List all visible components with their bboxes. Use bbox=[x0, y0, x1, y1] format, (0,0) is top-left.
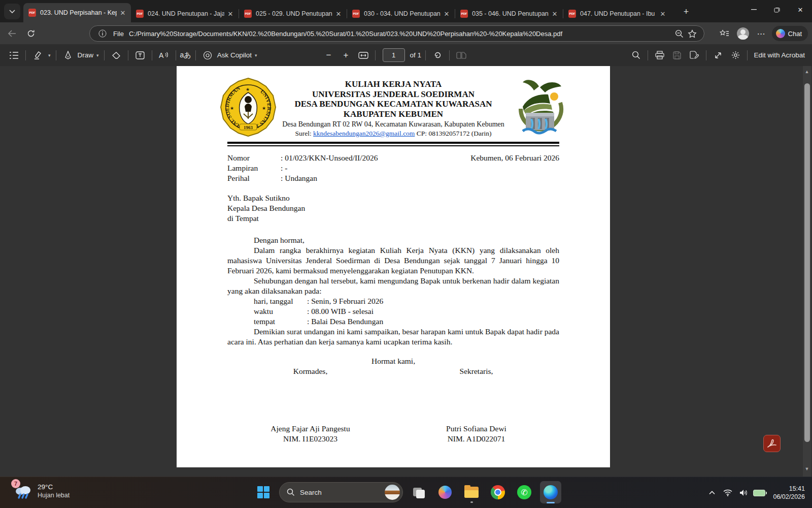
url-bar[interactable]: File C:/Primary%20Storage/Documents/KKN/… bbox=[89, 25, 704, 42]
favorites-bar-icon[interactable] bbox=[717, 26, 732, 41]
highlighter-dropdown-icon[interactable]: ▾ bbox=[48, 53, 51, 58]
tab-close-icon[interactable]: ✕ bbox=[659, 10, 667, 18]
battery-icon[interactable] bbox=[753, 487, 765, 499]
fullscreen-icon[interactable] bbox=[709, 47, 727, 64]
edit-with-acrobat-button[interactable]: Edit with Acrobat bbox=[754, 51, 805, 59]
zoom-in-page-icon[interactable]: + bbox=[337, 47, 355, 64]
edge-icon[interactable] bbox=[540, 481, 561, 503]
pdf-settings-gear-icon[interactable] bbox=[727, 47, 744, 64]
restore-button[interactable] bbox=[765, 0, 789, 19]
letterhead-contact: Surel: kkndesabendungan2026@gmail.com CP… bbox=[279, 129, 507, 138]
page-count-label: of 1 bbox=[410, 51, 422, 59]
ask-copilot-dropdown-icon[interactable]: ▾ bbox=[255, 53, 257, 58]
tab-search-button[interactable] bbox=[4, 4, 20, 19]
search-placeholder: Search bbox=[300, 489, 380, 496]
logo-year: 1963 bbox=[244, 125, 253, 130]
scrollbar-thumb[interactable] bbox=[804, 83, 810, 442]
lampiran-value: : - bbox=[281, 163, 287, 173]
svg-text:★: ★ bbox=[262, 106, 266, 111]
left-signer-name: Ajeng Fajar Aji Pangestu bbox=[227, 424, 393, 434]
back-icon[interactable] bbox=[4, 26, 19, 41]
table-of-contents-icon[interactable] bbox=[5, 47, 22, 64]
tab-close-icon[interactable]: ✕ bbox=[226, 10, 234, 18]
find-in-document-icon[interactable] bbox=[627, 47, 645, 64]
left-signer-nim: NIM. I1E023023 bbox=[227, 434, 393, 444]
letterhead-line2: UNIVERSITAS JENDERAL SOEDIRMAN bbox=[279, 89, 507, 100]
new-tab-button[interactable]: + bbox=[679, 5, 693, 18]
nomor-value: : 01/023/KKN-Unsoed/II/2026 bbox=[281, 153, 378, 163]
vertical-scrollbar[interactable]: ▲ ▼ bbox=[803, 66, 811, 477]
info-icon[interactable] bbox=[96, 27, 109, 40]
weather-widget[interactable]: 7 29°C Hujan lebat bbox=[13, 481, 70, 500]
tab-label: 023. UND Perpisahan - Kep bbox=[40, 9, 117, 16]
scroll-up-icon[interactable]: ▲ bbox=[804, 69, 810, 75]
tab-label: 025 - 029. UND Penutupan bbox=[256, 10, 332, 17]
draw-dropdown-icon[interactable]: ▾ bbox=[96, 53, 99, 58]
fit-to-width-icon[interactable] bbox=[355, 47, 372, 64]
pdf-favicon-icon: PDF bbox=[568, 10, 576, 18]
email-link[interactable]: kkndesabendungan2026@gmail.com bbox=[313, 130, 415, 137]
weather-desc: Hujan lebat bbox=[38, 491, 70, 499]
zoom-out-page-icon[interactable]: − bbox=[320, 47, 337, 64]
task-view-button[interactable] bbox=[408, 481, 429, 503]
highlighter-icon[interactable] bbox=[29, 47, 46, 64]
pdf-favicon-icon: PDF bbox=[460, 10, 468, 18]
tray-chevron-icon[interactable] bbox=[706, 487, 718, 499]
bing-daily-image[interactable] bbox=[385, 485, 400, 500]
tab-4[interactable]: PDF 030 - 034. UND Penutupan ✕ bbox=[347, 5, 455, 22]
svg-text:★: ★ bbox=[230, 106, 234, 111]
right-signer-name: Putri Sofiana Dewi bbox=[393, 424, 559, 434]
tab-close-icon[interactable]: ✕ bbox=[119, 9, 127, 17]
save-icon[interactable] bbox=[668, 47, 686, 64]
page-number-input[interactable] bbox=[383, 48, 405, 62]
letterhead-address: Desa Bendungan RT 02 RW 04, Kecamatan Ku… bbox=[279, 120, 507, 129]
print-icon[interactable] bbox=[651, 47, 668, 64]
tab-label: 047. UND Penutupan - Ibu bbox=[580, 10, 657, 17]
tab-6[interactable]: PDF 047. UND Penutupan - Ibu ✕ bbox=[563, 5, 671, 22]
settings-more-icon[interactable]: ⋯ bbox=[754, 26, 769, 41]
eraser-icon[interactable] bbox=[108, 47, 125, 64]
minimize-button[interactable] bbox=[742, 0, 765, 19]
whatsapp-icon[interactable]: ✆ bbox=[514, 481, 535, 503]
start-button[interactable] bbox=[253, 481, 274, 503]
tab-close-icon[interactable]: ✕ bbox=[334, 10, 343, 18]
letter-recipient: Yth. Bapak Sutikno Kepala Desa Bendungan… bbox=[227, 193, 559, 224]
favorite-star-icon[interactable] bbox=[686, 27, 699, 40]
save-as-icon[interactable] bbox=[686, 47, 703, 64]
paragraph-1: Dalam rangka berakhirnya kegiatan Kuliah… bbox=[227, 245, 559, 276]
right-signer-nim: NIM. A1D022071 bbox=[393, 434, 559, 444]
tab-5[interactable]: PDF 035 - 046. UND Penutupan ✕ bbox=[455, 5, 563, 22]
scroll-down-icon[interactable]: ▼ bbox=[804, 466, 810, 472]
file-explorer-icon[interactable] bbox=[461, 481, 482, 503]
profile-avatar[interactable] bbox=[735, 26, 751, 41]
tab-close-icon[interactable]: ✕ bbox=[443, 10, 451, 18]
taskbar-clock[interactable]: 15:41 06/02/2026 bbox=[773, 485, 805, 501]
refresh-icon[interactable] bbox=[23, 26, 39, 41]
ask-copilot-icon[interactable] bbox=[199, 47, 216, 64]
letterhead-line3: DESA BENDUNGAN KECAMATAN KUWARASAN bbox=[279, 99, 507, 109]
wifi-icon[interactable] bbox=[722, 487, 734, 499]
taskbar-search[interactable]: Search bbox=[279, 482, 403, 502]
translate-icon[interactable]: aあ bbox=[180, 51, 191, 60]
copilot-taskbar-icon[interactable] bbox=[434, 481, 456, 503]
close-window-button[interactable]: ✕ bbox=[789, 0, 812, 19]
read-aloud-icon[interactable]: A bbox=[155, 47, 173, 64]
pdf-toolbar: ▾ Draw ▾ A aあ Ask Copilot ▾ − + of 1 bbox=[0, 44, 812, 66]
tab-3[interactable]: PDF 025 - 029. UND Penutupan ✕ bbox=[239, 5, 347, 22]
rotate-icon[interactable] bbox=[429, 47, 446, 64]
tab-close-icon[interactable]: ✕ bbox=[551, 10, 559, 18]
pdf-favicon-icon: PDF bbox=[136, 10, 144, 18]
zoom-out-icon[interactable] bbox=[672, 27, 686, 40]
copilot-chat-button[interactable]: Chat bbox=[772, 26, 808, 41]
draw-icon[interactable] bbox=[59, 47, 77, 64]
tab-2[interactable]: PDF 024. UND Penutupan - Jaja ✕ bbox=[131, 5, 239, 22]
draw-label[interactable]: Draw bbox=[78, 51, 94, 59]
add-text-icon[interactable] bbox=[131, 47, 149, 64]
volume-icon[interactable] bbox=[737, 487, 750, 499]
page-view-icon[interactable] bbox=[453, 47, 470, 64]
ask-copilot-label[interactable]: Ask Copilot bbox=[217, 51, 252, 59]
chrome-icon[interactable] bbox=[487, 481, 509, 503]
tab-1[interactable]: PDF 023. UND Perpisahan - Kep ✕ bbox=[23, 3, 131, 22]
pdf-content-area: UNIVERSITAS JENDERAL SOEDIRMAN 1963 ★★ ★… bbox=[0, 66, 812, 477]
acrobat-floating-button[interactable] bbox=[763, 435, 781, 452]
